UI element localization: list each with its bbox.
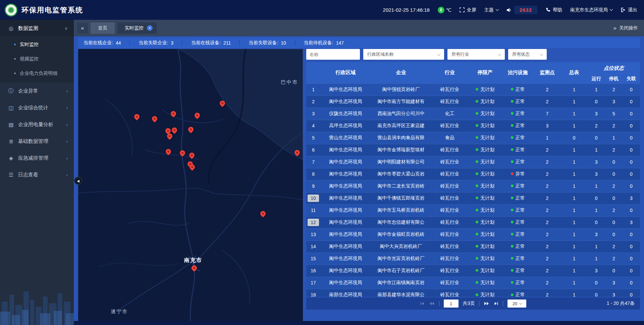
- table-row[interactable]: 5营山生态环境局营山县润丰肉食品有限食品无计划正常10010: [306, 132, 640, 144]
- cell-monitor-points: 2: [534, 168, 560, 180]
- sidebar-subitem-label: 企业电力负荷明细: [20, 70, 57, 76]
- fullscreen-button[interactable]: 全屏: [460, 7, 476, 13]
- table-row[interactable]: 13阆中生态环境局阆中市金福旺页岩机砖砖瓦行业无计划正常21300: [306, 228, 640, 240]
- logo-emblem-icon: [8, 7, 14, 13]
- theme-dropdown[interactable]: 主题: [484, 7, 498, 13]
- cell-running: 0: [588, 289, 605, 297]
- status-filter-select[interactable]: 所有状态: [508, 49, 547, 60]
- page-number-input[interactable]: [444, 300, 459, 308]
- cell-industry: 砖瓦行业: [431, 277, 468, 289]
- sidebar-subitem[interactable]: 视频监控: [0, 52, 74, 66]
- sidebar-item[interactable]: ◈应急减排管理‹: [0, 150, 74, 166]
- cell-index: 11: [306, 204, 320, 216]
- first-page-button[interactable]: [420, 302, 425, 306]
- col-running: 运行: [588, 74, 605, 84]
- sidebar-item-label: 企业用电量分析: [18, 121, 53, 128]
- table-row[interactable]: 17阆中生态环境局阆中市江南镇阆南页岩砖瓦行业无计划正常21030: [306, 277, 640, 289]
- org-dropdown[interactable]: 南充市生态环境局: [570, 7, 612, 13]
- prev-page-button[interactable]: [429, 302, 435, 306]
- cell-industry: 砖瓦行业: [431, 216, 468, 228]
- sidebar-subitem[interactable]: 企业电力负荷明细: [0, 66, 74, 80]
- table-row[interactable]: 16阆中生态环境局阆中市石子页岩机砖厂砖瓦行业无计划正常21300: [306, 265, 640, 277]
- map-collapse-button[interactable]: ◀: [74, 177, 82, 185]
- cell-running: 0: [588, 132, 605, 144]
- cell-index: 16: [306, 265, 320, 277]
- cell-index: 14: [306, 240, 320, 253]
- next-page-button[interactable]: [484, 302, 489, 306]
- col-monitor: 监测点: [534, 62, 560, 84]
- status-dot-icon: [511, 172, 514, 175]
- cell-running: 0: [588, 216, 605, 228]
- cell-industry: 砖瓦行业: [431, 84, 468, 96]
- sidebar-item[interactable]: ⓘ企业异常‹: [0, 83, 74, 99]
- tabs-scroll-left-button[interactable]: «: [77, 23, 88, 34]
- status-dot-icon: [476, 100, 478, 103]
- cell-monitor-points: 2: [534, 144, 560, 156]
- table-row[interactable]: 8阆中生态环境局阆中市枣碧大梁山页岩砖瓦行业无计划异常21300: [306, 168, 640, 180]
- table-body: 1阆中生态环境局阆中强锐页岩砖厂砖瓦行业无计划正常211202阆中生态环境局阆中…: [306, 84, 640, 297]
- last-page-button[interactable]: [494, 302, 498, 306]
- tab-close-icon[interactable]: ×: [147, 25, 153, 31]
- status-dot-icon: [511, 124, 514, 127]
- workspace: 当前在线企业:44当前失联企业:3当前在线设备:211当前失联设备:10当前停机…: [74, 36, 644, 325]
- sidebar-item[interactable]: ◫企业综合统计‹: [0, 99, 74, 116]
- cell-total-meter: 1: [560, 108, 587, 120]
- cell-pollution-facility: 正常: [502, 120, 534, 132]
- table-row[interactable]: 6阆中生态环境局阆中市金博瑞新型墙材砖瓦行业无计划正常21120: [306, 144, 640, 156]
- cell-pollution-facility: 正常: [502, 144, 534, 156]
- cell-pollution-facility: 正常: [502, 132, 534, 144]
- map-panel[interactable]: ◀ 巴中市南充市遂宁市: [78, 49, 303, 321]
- cell-stopped: 2: [605, 253, 623, 265]
- tab-home[interactable]: 首页: [91, 22, 115, 34]
- table-row[interactable]: 18南部生态环境局南部县建华水泥有限公砖瓦行业无计划正常21030: [306, 289, 640, 297]
- row-index: 18: [310, 292, 317, 297]
- table-row[interactable]: 4高坪生态环境局南充市高坪区王家店建砖瓦行业无计划正常31220: [306, 120, 640, 132]
- announcement-area[interactable]: 2632: [506, 6, 537, 14]
- name-filter-input[interactable]: [306, 49, 360, 60]
- cell-limit-production: 无计划: [468, 180, 502, 192]
- cell-limit-production: 无计划: [468, 228, 502, 240]
- sidebar-item[interactable]: ☰日志查看‹: [0, 166, 74, 183]
- region-filter-select[interactable]: 行政区域名称: [363, 49, 444, 60]
- table-row[interactable]: 11阆中生态环境局阆中市五马桥页岩机砖砖瓦行业无计划正常21120: [306, 204, 640, 216]
- stat-label: 当前在线设备:: [191, 40, 221, 46]
- table-row[interactable]: 15阆中生态环境局阆中市光富页岩机砖厂砖瓦行业无计划正常21120: [306, 253, 640, 265]
- sidebar-item[interactable]: ▤企业用电量分析‹: [0, 116, 74, 133]
- table-row[interactable]: 10阆中生态环境局阆中千佛镇五郎垭页岩砖瓦行业无计划正常21003: [306, 192, 640, 204]
- cell-industry: 砖瓦行业: [431, 240, 468, 253]
- cell-offline: 0: [623, 289, 640, 297]
- page-size-select[interactable]: 20: [507, 300, 526, 308]
- status-dot-icon: [511, 245, 514, 248]
- sidebar-group: ◈应急减排管理‹: [0, 150, 74, 166]
- row-index: 8: [310, 171, 317, 177]
- sidebar-subitem[interactable]: 实时监控: [0, 37, 74, 52]
- close-operations-button[interactable]: » 关闭操作: [613, 25, 638, 32]
- logout-button[interactable]: 退出: [621, 7, 637, 13]
- tab-realtime-monitor[interactable]: 实时监控 ×: [117, 22, 157, 34]
- table-row[interactable]: 1阆中生态环境局阆中强锐页岩砖厂砖瓦行业无计划正常21120: [306, 84, 640, 96]
- industry-filter-select[interactable]: 所有行业: [447, 49, 505, 60]
- status-dot-icon: [511, 233, 514, 235]
- cell-total-meter: 1: [560, 180, 587, 192]
- table-row[interactable]: 9阆中生态环境局阆中市二龙长宝页岩砖砖瓦行业无计划正常21120: [306, 180, 640, 192]
- cell-offline: 0: [623, 240, 640, 253]
- cell-industry: 砖瓦行业: [431, 204, 468, 216]
- cell-limit-production: 无计划: [468, 132, 502, 144]
- enterprise-table: 行政区域 企业 行业 停限产 治污设施 监测点 总表 点位状态: [306, 62, 640, 297]
- cell-region: 高坪生态环境局: [320, 120, 371, 132]
- table-row[interactable]: 14阆中生态环境局阆中大兴页岩机砖厂砖瓦行业无计划正常21120: [306, 240, 640, 253]
- sidebar-item[interactable]: ◎数据监测∨: [0, 20, 74, 37]
- cell-index: 6: [306, 144, 320, 156]
- help-button[interactable]: 帮助: [545, 7, 562, 13]
- stat-item: 当前在线设备:211: [182, 40, 240, 46]
- cell-running: 0: [588, 96, 605, 108]
- cell-running: 3: [588, 168, 605, 180]
- table-row[interactable]: 12阆中生态环境局阆中市忠信建材有限公砖瓦行业无计划正常21003: [306, 216, 640, 228]
- sidebar-item[interactable]: ≣基础数据管理‹: [0, 133, 74, 150]
- double-chevron-left-icon: «: [81, 25, 84, 32]
- cell-pollution-facility: 正常: [502, 265, 534, 277]
- table-row[interactable]: 2阆中生态环境局阆中市南方节能建材有砖瓦行业无计划正常21030: [306, 96, 640, 108]
- table-row[interactable]: 7阆中生态环境局阆中明阳建材有限公司砖瓦行业无计划正常21300: [306, 156, 640, 168]
- cell-stopped: 0: [605, 228, 623, 240]
- table-row[interactable]: 3仪陇生态环境局西南油气田分公司川中化工无计划正常71350: [306, 108, 640, 120]
